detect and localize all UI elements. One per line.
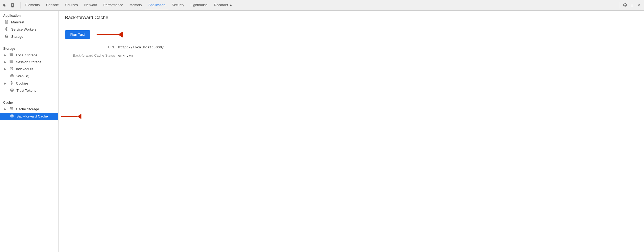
svg-rect-16	[10, 56, 13, 56]
toolbar-left-icons	[2, 2, 15, 8]
trust-tokens-icon	[10, 88, 14, 93]
svg-rect-15	[10, 54, 13, 55]
web-sql-icon	[10, 74, 14, 78]
local-storage-chevron: ▶	[4, 54, 6, 57]
service-workers-label: Service Workers	[11, 27, 36, 31]
divider-1	[0, 42, 58, 42]
sidebar: Application Manifest	[0, 11, 59, 252]
toolbar-divider-1	[20, 2, 20, 9]
web-sql-label: Web SQL	[16, 74, 31, 78]
svg-rect-2	[12, 4, 13, 6]
run-test-row: Run Test	[65, 30, 638, 39]
tab-sources[interactable]: Sources	[62, 0, 81, 10]
content-header: Back-forward Cache	[59, 11, 644, 24]
mobile-icon[interactable]	[10, 2, 15, 8]
indexeddb-label: IndexedDB	[16, 67, 33, 71]
tab-memory[interactable]: Memory	[126, 0, 145, 10]
back-forward-cache-icon	[10, 114, 14, 119]
sidebar-item-web-sql[interactable]: Web SQL	[0, 73, 58, 80]
storage-overview-label: Storage	[11, 35, 23, 39]
svg-point-21	[11, 74, 13, 75]
sidebar-section-storage: Storage	[0, 44, 58, 52]
svg-point-22	[10, 82, 13, 85]
settings-icon[interactable]	[622, 2, 628, 8]
cookies-icon	[9, 81, 14, 86]
run-test-arrow-shaft	[97, 34, 118, 35]
main-layout: Application Manifest	[0, 11, 644, 252]
run-test-arrow-head	[118, 31, 123, 38]
local-storage-label: Local Storage	[16, 53, 37, 57]
divider-2	[0, 96, 58, 96]
session-storage-label: Session Storage	[16, 60, 41, 64]
tab-lighthouse[interactable]: Lighthouse	[187, 0, 211, 10]
sidebar-item-trust-tokens[interactable]: Trust Tokens	[0, 87, 58, 94]
tab-performance[interactable]: Performance	[100, 0, 126, 10]
url-value: http://localhost:5000/	[118, 45, 164, 49]
run-test-button[interactable]: Run Test	[65, 30, 90, 39]
svg-rect-1	[12, 6, 13, 7]
url-label: URL	[65, 45, 118, 49]
tab-security[interactable]: Security	[168, 0, 187, 10]
sidebar-item-service-workers[interactable]: Service Workers	[0, 26, 58, 33]
tab-network[interactable]: Network	[81, 0, 100, 10]
sidebar-section-cache: Cache	[0, 98, 58, 106]
close-icon[interactable]: ✕	[636, 2, 642, 8]
sidebar-item-manifest[interactable]: Manifest	[0, 19, 58, 26]
tab-list: Elements Console Sources Network Perform…	[22, 0, 618, 10]
svg-point-26	[11, 83, 11, 84]
cache-storage-chevron: ▶	[4, 108, 6, 111]
cursor-icon[interactable]	[2, 2, 8, 8]
status-value: unknown	[118, 53, 133, 57]
indexeddb-icon	[9, 67, 14, 71]
page-title: Back-forward Cache	[65, 15, 638, 20]
svg-point-20	[10, 67, 13, 68]
tab-recorder[interactable]: Recorder ▲	[211, 0, 236, 10]
devtools-toolbar: Elements Console Sources Network Perform…	[0, 0, 644, 11]
svg-rect-14	[10, 53, 13, 54]
manifest-label: Manifest	[11, 20, 24, 24]
svg-point-27	[11, 89, 13, 90]
more-icon[interactable]: ⋮	[629, 2, 635, 8]
cache-storage-icon	[9, 107, 14, 111]
status-label: Back-forward Cache Status	[65, 53, 118, 57]
session-storage-chevron: ▶	[4, 61, 6, 64]
cookies-label: Cookies	[16, 81, 28, 85]
toolbar-right: ⋮ ✕	[619, 2, 642, 9]
sidebar-item-cache-storage[interactable]: ▶ Cache Storage	[0, 106, 58, 113]
svg-point-24	[11, 82, 12, 82]
cache-storage-label: Cache Storage	[16, 107, 39, 111]
content-body: Run Test URL http://localhost:5000/ Back…	[59, 24, 644, 68]
trust-tokens-label: Trust Tokens	[16, 89, 36, 93]
manifest-icon	[4, 20, 9, 24]
svg-point-23	[11, 82, 11, 83]
service-workers-icon	[4, 27, 9, 32]
svg-point-13	[5, 35, 8, 36]
sidebar-item-back-forward-cache[interactable]: Back-forward Cache	[0, 113, 58, 120]
local-storage-icon	[9, 53, 14, 57]
indexeddb-chevron: ▶	[4, 68, 6, 70]
svg-rect-18	[10, 61, 13, 62]
tab-console[interactable]: Console	[43, 0, 62, 10]
run-test-arrow	[97, 31, 123, 38]
svg-point-28	[10, 107, 13, 108]
back-forward-cache-label: Back-forward Cache	[16, 114, 48, 118]
sidebar-item-local-storage[interactable]: ▶ Local Storage	[0, 52, 58, 58]
svg-point-8	[6, 28, 7, 30]
tab-elements[interactable]: Elements	[22, 0, 43, 10]
sidebar-item-indexeddb[interactable]: ▶ IndexedDB	[0, 65, 58, 73]
svg-rect-19	[10, 62, 13, 63]
storage-icon	[4, 34, 9, 39]
sidebar-section-application: Application	[0, 11, 58, 19]
sidebar-item-storage-overview[interactable]: Storage	[0, 33, 58, 40]
tab-application[interactable]: Application	[145, 0, 169, 10]
cookies-chevron: ▶	[4, 82, 6, 85]
svg-point-29	[11, 115, 13, 116]
content-area: Back-forward Cache Run Test URL http://l…	[59, 11, 644, 252]
sidebar-item-cookies[interactable]: ▶ Cookies	[0, 80, 58, 87]
sidebar-item-session-storage[interactable]: ▶ Session Storage	[0, 58, 58, 65]
toolbar-divider-2	[620, 2, 620, 9]
svg-rect-17	[10, 60, 13, 61]
status-row: Back-forward Cache Status unknown	[65, 53, 638, 57]
session-storage-icon	[9, 60, 14, 64]
svg-point-25	[11, 83, 12, 84]
